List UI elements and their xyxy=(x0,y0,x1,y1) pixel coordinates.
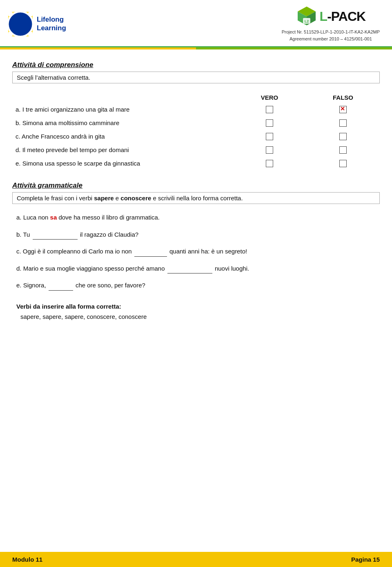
section2-instruction: Completa le frasi con i verbi sapere e c… xyxy=(12,192,380,204)
row-a-text: I tre amici organizzano una gita al mare xyxy=(22,106,130,113)
ex-a-text2: dove ha messo il libro di grammatica. xyxy=(57,214,160,221)
svg-marker-6 xyxy=(25,34,30,36)
svg-marker-9 xyxy=(8,29,10,34)
row-a-falso xyxy=(306,103,380,116)
vero-falso-table: VERO FALSO a. I tre amici organizzano un… xyxy=(12,92,380,170)
row-d-vero xyxy=(233,143,306,157)
svg-marker-8 xyxy=(10,34,16,36)
svg-marker-5 xyxy=(31,29,33,34)
blank-e xyxy=(49,290,73,291)
row-b-text: Simona ama moltissimo camminare xyxy=(22,119,120,126)
exercise-list: a. Luca non sa dove ha messo il libro di… xyxy=(12,212,380,291)
row-a-letter: a. xyxy=(16,106,22,113)
row-e-text: Simona usa spesso le scarpe da ginnastic… xyxy=(22,160,140,167)
col-falso: FALSO xyxy=(306,92,380,103)
footer-right: Pagina 15 xyxy=(351,556,380,563)
list-item: d. Mario e sua moglie viaggiano spesso p… xyxy=(16,263,376,274)
svg-point-0 xyxy=(9,13,32,36)
list-item: a. Luca non sa dove ha messo il libro di… xyxy=(16,212,376,223)
section-grammaticale: Attività grammaticale Completa le frasi … xyxy=(12,182,380,291)
checkbox-empty-icon xyxy=(266,133,273,140)
row-d-falso xyxy=(306,143,380,157)
lpack-cube-icon: L2 xyxy=(296,6,317,27)
checkbox-empty-icon xyxy=(266,106,273,113)
footer-left: Modulo 11 xyxy=(12,556,42,563)
row-d-text: Il meteo prevede bel tempo per domani xyxy=(22,146,129,153)
agreement-nr: Agreement number 2010 – 4125/001-001 xyxy=(282,36,380,43)
ex-d-text2: nuovi luoghi. xyxy=(213,265,249,272)
checkbox-empty-icon xyxy=(266,119,273,127)
ex-d-letter: d. xyxy=(16,265,23,272)
page-footer: Modulo 11 Pagina 15 xyxy=(0,552,392,567)
verbi-section: Verbi da inserire alla forma corretta: s… xyxy=(12,303,380,320)
blank-d xyxy=(167,273,212,273)
header-right: L2 L-PACK Project Nr. 511529-LLP-1-2010-… xyxy=(282,6,380,42)
col-vero: VERO xyxy=(233,92,306,103)
ex-b-text2: il ragazzo di Claudia? xyxy=(78,231,139,238)
list-item: e. Signora, che ore sono, per favore? xyxy=(16,280,376,291)
row-d-letter: d. xyxy=(16,146,22,153)
row-c-text: Anche Francesco andrà in gita xyxy=(22,133,105,140)
row-e-vero xyxy=(233,157,306,170)
svg-marker-12 xyxy=(10,12,16,14)
section-comprensione: Attività di comprensione Scegli l’altern… xyxy=(12,61,380,170)
instruction-mid: e xyxy=(114,195,121,202)
row-b-vero xyxy=(233,116,306,130)
ex-e-letter: e. xyxy=(16,282,23,289)
ex-a-text1: Luca non xyxy=(23,214,50,221)
main-content: Attività di comprensione Scegli l’altern… xyxy=(0,49,392,320)
checkbox-empty-icon xyxy=(339,119,347,127)
ex-e-text2: che ore sono, per favore? xyxy=(74,282,145,289)
checkbox-empty-icon xyxy=(339,133,347,140)
project-info: Project Nr. 511529-LLP-1-2010-1-IT-KA2-K… xyxy=(282,29,380,42)
ex-c-text2: quanti anni ha: è un segreto! xyxy=(168,248,247,255)
instruction-bold2: conoscere xyxy=(120,195,151,202)
table-row: e. Simona usa spesso le scarpe da ginnas… xyxy=(12,157,380,170)
section2-title: Attività grammaticale xyxy=(12,182,380,190)
blank-b xyxy=(33,239,78,240)
section1-instruction: Scegli l’alternativa corretta. xyxy=(12,72,380,83)
eu-logo-icon xyxy=(8,12,33,36)
section1-title: Attività di comprensione xyxy=(12,61,380,69)
svg-marker-11 xyxy=(8,14,10,19)
checkbox-empty-icon xyxy=(266,160,273,167)
table-row: c. Anche Francesco andrà in gita xyxy=(12,130,380,143)
ex-a-letter: a. xyxy=(16,214,23,221)
svg-marker-3 xyxy=(31,14,33,19)
row-e-falso xyxy=(306,157,380,170)
row-a-vero xyxy=(233,103,306,116)
list-item: b. Tu il ragazzo di Claudia? xyxy=(16,229,376,240)
lpack-logo: L2 L-PACK xyxy=(296,6,366,27)
ex-c-text1: Oggi è il compleanno di Carlo ma io non xyxy=(23,248,134,255)
row-c-falso xyxy=(306,130,380,143)
row-b-letter: b. xyxy=(16,119,22,126)
verbi-title: Verbi da inserire alla forma corretta: xyxy=(16,303,376,310)
header-left: Lifelong Learning xyxy=(8,12,66,36)
lifelong-line1: Lifelong xyxy=(37,16,66,24)
checkbox-empty-icon xyxy=(266,146,273,154)
ex-d-text1: Mario e sua moglie viaggiano spesso perc… xyxy=(23,265,167,272)
lifelong-learning-text: Lifelong Learning xyxy=(37,16,66,32)
svg-marker-2 xyxy=(25,12,30,14)
project-nr: Project Nr. 511529-LLP-1-2010-1-IT-KA2-K… xyxy=(282,29,380,36)
instruction-suffix: e scrivili nella loro forma corretta. xyxy=(151,195,243,202)
instruction-bold1: sapere xyxy=(94,195,114,202)
svg-text:L2: L2 xyxy=(304,19,309,23)
instruction-prefix: Completa le frasi con i verbi xyxy=(17,195,94,202)
table-row: a. I tre amici organizzano una gita al m… xyxy=(12,103,380,116)
row-c-letter: c. xyxy=(16,133,22,140)
checkbox-empty-icon xyxy=(339,160,347,167)
ex-a-sa: sa xyxy=(50,214,57,221)
checkbox-empty-icon xyxy=(339,146,347,154)
ex-b-letter: b. xyxy=(16,231,23,238)
blank-c xyxy=(134,256,167,257)
row-c-vero xyxy=(233,130,306,143)
ex-c-letter: c. xyxy=(16,248,23,255)
ex-e-text1: Signora, xyxy=(23,282,48,289)
row-b-falso xyxy=(306,116,380,130)
table-row: d. Il meteo prevede bel tempo per domani xyxy=(12,143,380,157)
page-header: Lifelong Learning L2 L-PACK Project Nr. … xyxy=(0,0,392,47)
lifelong-line2: Learning xyxy=(37,24,66,32)
list-item: c. Oggi è il compleanno di Carlo ma io n… xyxy=(16,246,376,257)
lpack-label: L-PACK xyxy=(320,9,366,24)
